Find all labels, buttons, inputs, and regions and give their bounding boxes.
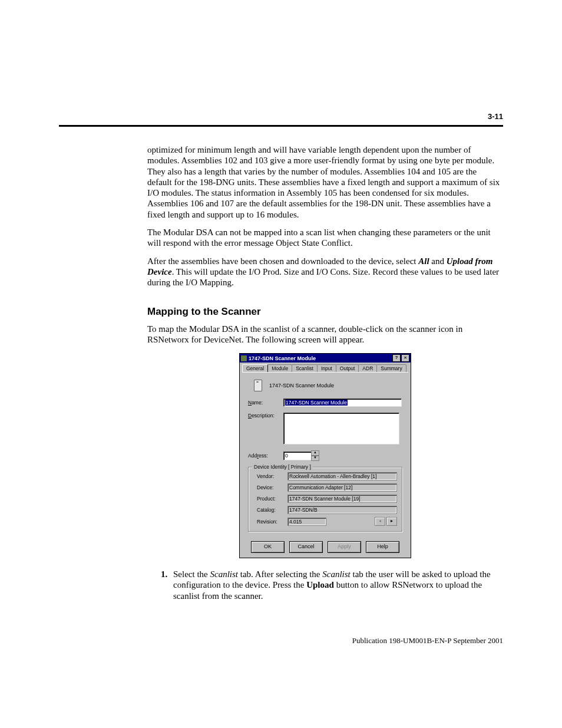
help-button[interactable]: Help (366, 541, 399, 553)
tab-scanlist[interactable]: Scanlist (292, 364, 318, 372)
scanner-module-dialog: 1747-SDN Scanner Module ? × General Modu… (239, 353, 411, 558)
tab-output[interactable]: Output (336, 364, 359, 372)
page-number: 3-11 (488, 112, 503, 121)
device-identity-fieldset: Device Identity [ Primary ] Vendor: Rock… (248, 467, 402, 532)
description-label: Description: (248, 413, 283, 419)
address-spin-down[interactable]: ▼ (311, 456, 319, 461)
revision-label: Revision: (253, 519, 287, 525)
identity-prev-button[interactable]: ◂ (375, 517, 385, 526)
module-icon (254, 380, 262, 391)
tab-module[interactable]: Module (267, 364, 292, 372)
tab-pane-general: 1747-SDN Scanner Module Name: 1747-SDN S… (242, 372, 408, 532)
revision-value: 4.015 (287, 518, 326, 526)
address-field[interactable]: 0 (283, 452, 312, 460)
dialog-tabs: General Module Scanlist Input Output ADR… (240, 363, 411, 372)
catalog-value: 1747-SDN/B (287, 506, 397, 514)
identity-next-button[interactable]: ▸ (386, 517, 397, 526)
dialog-title: 1747-SDN Scanner Module (249, 355, 392, 361)
address-spin-up[interactable]: ▲ (311, 450, 319, 456)
section-heading: Mapping to the Scanner (147, 306, 503, 318)
device-label: Device: (253, 485, 287, 490)
tab-summary[interactable]: Summary (376, 364, 406, 372)
catalog-label: Catalog: (253, 507, 287, 513)
description-field[interactable] (283, 413, 399, 444)
module-title: 1747-SDN Scanner Module (269, 383, 334, 388)
body-paragraph: To map the Modular DSA in the scanlist o… (147, 324, 503, 345)
app-icon (241, 355, 247, 361)
vendor-value: Rockwell Automation - Allen-Bradley [1] (287, 472, 397, 480)
tab-adr[interactable]: ADR (358, 364, 377, 372)
step-item: Select the Scanlist tab. After selecting… (170, 569, 503, 601)
fieldset-legend: Device Identity [ Primary ] (252, 464, 313, 470)
name-field[interactable]: 1747-SDN Scanner Module (283, 398, 402, 407)
cancel-button[interactable]: Cancel (289, 541, 323, 553)
device-value: Communication Adapter [12] (287, 483, 397, 492)
body-paragraph: The Modular DSA can not be mapped into a… (147, 227, 503, 249)
body-paragraph: optimized for minimum length and will ha… (147, 144, 503, 220)
tab-general[interactable]: General (242, 364, 268, 372)
publication-footer: Publication 198-UM001B-EN-P September 20… (352, 636, 503, 645)
apply-button[interactable]: Apply (328, 541, 361, 553)
vendor-label: Vendor: (253, 473, 287, 479)
header-rule (59, 125, 503, 127)
ok-button[interactable]: OK (251, 541, 285, 553)
body-paragraph: After the assemblies have been chosen an… (147, 256, 503, 288)
product-label: Product: (253, 496, 287, 502)
close-icon[interactable]: × (401, 354, 409, 362)
tab-input[interactable]: Input (317, 364, 336, 372)
dialog-titlebar: 1747-SDN Scanner Module ? × (240, 354, 411, 363)
address-label: Address: (248, 453, 283, 459)
help-icon[interactable]: ? (392, 354, 401, 362)
step-list: Select the Scanlist tab. After selecting… (147, 569, 503, 601)
name-label: Name: (248, 400, 283, 406)
product-value: 1747-SDN Scanner Module [19] (287, 495, 397, 503)
